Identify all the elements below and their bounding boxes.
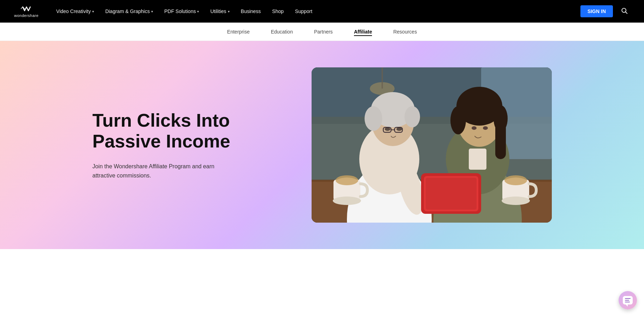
svg-rect-34 [426, 178, 477, 210]
nav-support[interactable]: Support [290, 6, 317, 17]
sub-nav-resources[interactable]: Resources [393, 28, 417, 36]
hero-text-block: Turn Clicks IntoPassive Income Join the … [93, 110, 230, 180]
hero-title: Turn Clicks IntoPassive Income [93, 110, 230, 152]
sub-nav-partners[interactable]: Partners [314, 28, 333, 36]
chevron-down-icon: ▾ [228, 10, 230, 13]
sub-nav-education[interactable]: Education [271, 28, 293, 36]
hero-image [312, 67, 552, 223]
nav-shop[interactable]: Shop [267, 6, 289, 17]
svg-point-27 [450, 106, 466, 134]
nav-right: SIGN IN [580, 5, 630, 18]
logo-text: wondershare [14, 13, 39, 18]
sign-in-button[interactable]: SIGN IN [580, 5, 613, 17]
svg-point-42 [504, 175, 527, 185]
svg-point-14 [365, 106, 382, 131]
svg-point-15 [404, 106, 420, 127]
svg-point-37 [333, 197, 361, 205]
chevron-down-icon: ▾ [151, 10, 153, 13]
nav-diagram-graphics[interactable]: Diagram & Graphics ▾ [100, 6, 158, 17]
sub-nav: Enterprise Education Partners Affiliate … [0, 23, 644, 41]
sub-nav-affiliate[interactable]: Affiliate [354, 28, 372, 36]
hero-subtitle: Join the Wondershare Affiliate Program a… [93, 162, 227, 180]
chevron-down-icon: ▾ [197, 10, 199, 13]
nav-pdf-solutions[interactable]: PDF Solutions ▾ [159, 6, 204, 17]
hero-section: Turn Clicks IntoPassive Income Join the … [0, 41, 644, 249]
chevron-down-icon: ▾ [92, 10, 94, 13]
svg-point-38 [336, 175, 358, 185]
sub-nav-enterprise[interactable]: Enterprise [227, 28, 250, 36]
nav-video-creativity[interactable]: Video Creativity ▾ [51, 6, 99, 17]
svg-point-17 [396, 127, 402, 131]
nav-business[interactable]: Business [236, 6, 266, 17]
svg-point-30 [472, 126, 477, 130]
svg-point-31 [483, 126, 488, 130]
svg-rect-5 [382, 67, 383, 89]
search-icon[interactable] [619, 5, 630, 18]
logo[interactable]: wondershare [14, 5, 39, 18]
svg-rect-24 [469, 149, 486, 170]
top-nav: wondershare Video Creativity ▾ Diagram &… [0, 0, 644, 23]
svg-point-16 [385, 127, 390, 131]
svg-point-41 [502, 197, 530, 205]
svg-line-1 [626, 12, 627, 13]
main-nav-items: Video Creativity ▾ Diagram & Graphics ▾ … [51, 6, 580, 17]
svg-rect-29 [495, 117, 506, 159]
nav-utilities[interactable]: Utilities ▾ [205, 6, 234, 17]
